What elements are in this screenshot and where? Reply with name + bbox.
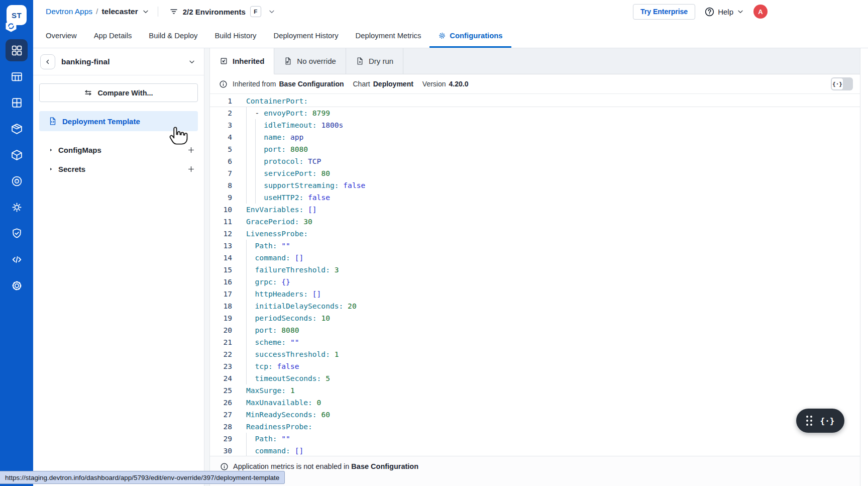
tab-label: Deployment Metrics bbox=[356, 32, 421, 40]
line-number: 25 bbox=[210, 384, 232, 397]
line-number: 6 bbox=[210, 155, 232, 167]
caret-right-icon[interactable] bbox=[48, 147, 54, 153]
tab-deployment-metrics[interactable]: Deployment Metrics bbox=[347, 23, 430, 48]
user-avatar[interactable]: A bbox=[753, 5, 768, 19]
code-editor-view-toggle[interactable]: {·} bbox=[831, 77, 853, 90]
config-item-deployment-template[interactable]: Deployment Template bbox=[39, 111, 198, 131]
add-configmaps-button[interactable] bbox=[186, 145, 196, 155]
line-content: timeoutSeconds: 5 bbox=[246, 372, 860, 384]
caret-right-icon[interactable] bbox=[48, 166, 54, 172]
sidebar-item-chart-store[interactable] bbox=[6, 144, 28, 166]
breadcrumb-root-link[interactable]: Devtron Apps bbox=[46, 7, 92, 16]
browser-status-url: https://staging.devtron.info/dashboard/a… bbox=[0, 471, 285, 484]
code-line: 29 Path: "" bbox=[210, 433, 860, 445]
line-content: LivenessProbe: bbox=[246, 228, 860, 240]
line-content: supportStreaming: false bbox=[246, 179, 860, 191]
sidebar-item-registry[interactable] bbox=[6, 170, 28, 192]
yaml-editor[interactable]: 1ContainerPort:2 - envoyPort: 87993 idle… bbox=[210, 94, 860, 456]
code-line: 13 Path: "" bbox=[210, 240, 860, 252]
sidebar-splitter[interactable] bbox=[204, 48, 210, 486]
tab-build-history[interactable]: Build History bbox=[206, 23, 265, 48]
config-item-secrets[interactable]: Secrets bbox=[33, 161, 204, 176]
sidebar-item-code[interactable] bbox=[6, 248, 28, 270]
line-number: 20 bbox=[210, 324, 232, 336]
editor-tab-no-override[interactable]: No override bbox=[274, 48, 346, 74]
info-icon bbox=[220, 462, 229, 471]
line-number: 19 bbox=[210, 312, 232, 324]
drag-handle-icon[interactable] bbox=[806, 416, 812, 426]
tab-build-deploy[interactable]: Build & Deploy bbox=[140, 23, 206, 48]
info-bar-part: Deployment bbox=[373, 80, 413, 88]
line-content: protocol: TCP bbox=[246, 155, 860, 167]
help-menu[interactable]: Help bbox=[704, 7, 744, 17]
org-logo[interactable]: ST bbox=[7, 5, 27, 25]
info-bar-text: Inherited fromBase ConfigurationChartDep… bbox=[233, 80, 469, 88]
editor-tab-inherited[interactable]: Inherited bbox=[210, 48, 274, 74]
add-secrets-button[interactable] bbox=[186, 164, 196, 174]
code-line: 2 - envoyPort: 8799 bbox=[210, 107, 860, 119]
header-row: Devtron Apps / telecaster 2/2 Environmen… bbox=[33, 0, 868, 23]
line-number: 21 bbox=[210, 336, 232, 348]
sidebar-item-global-config[interactable] bbox=[6, 274, 28, 297]
line-number: 5 bbox=[210, 143, 232, 155]
line-content: MaxUnavailable: 0 bbox=[246, 397, 860, 409]
tab-label: Build & Deploy bbox=[149, 32, 197, 40]
code-line: 7 servicePort: 80 bbox=[210, 167, 860, 179]
main-content: InheritedNo overrideDry run Inherited fr… bbox=[210, 48, 860, 486]
window-grid-icon bbox=[11, 96, 23, 109]
line-content: MaxSurge: 1 bbox=[246, 384, 860, 397]
header-actions: Try Enterprise Help A bbox=[633, 4, 768, 20]
collapse-sidebar-button[interactable] bbox=[40, 54, 55, 69]
line-number: 2 bbox=[210, 107, 232, 119]
tab-overview[interactable]: Overview bbox=[37, 23, 85, 48]
line-number: 16 bbox=[210, 276, 232, 288]
try-enterprise-button[interactable]: Try Enterprise bbox=[633, 4, 695, 20]
environment-selector[interactable]: 2/2 Environments F bbox=[169, 6, 276, 17]
editor-tab-dry-run[interactable]: Dry run bbox=[346, 48, 403, 74]
code-line: 9 useHTTP2: false bbox=[210, 191, 860, 204]
compare-with-button[interactable]: Compare With... bbox=[39, 83, 198, 102]
editor-footer-note: Application metrics is not enabled in Ba… bbox=[210, 456, 860, 486]
code-line: 20 port: 8080 bbox=[210, 324, 860, 336]
line-content: command: [] bbox=[246, 252, 860, 264]
line-number: 4 bbox=[210, 131, 232, 143]
line-content: Path: "" bbox=[246, 433, 860, 445]
info-icon bbox=[219, 80, 228, 88]
app-switcher-chevron-icon[interactable] bbox=[142, 8, 150, 16]
config-item-label: ConfigMaps bbox=[58, 146, 101, 154]
sidebar-item-jobs[interactable] bbox=[6, 65, 28, 87]
sidebar-item-clusters[interactable] bbox=[6, 196, 28, 218]
environment-dropdown-chevron-icon[interactable] bbox=[188, 58, 196, 66]
tab-app-details[interactable]: App Details bbox=[85, 23, 141, 48]
line-content: GracePeriod: 30 bbox=[246, 216, 860, 228]
compare-with-label: Compare With... bbox=[97, 89, 153, 97]
line-number: 28 bbox=[210, 421, 232, 433]
sun-icon bbox=[11, 201, 23, 214]
info-bar-part: Base Configuration bbox=[279, 80, 344, 88]
tab-label: App Details bbox=[94, 32, 132, 40]
sidebar-item-application-groups[interactable] bbox=[6, 91, 28, 114]
line-content: useHTTP2: false bbox=[246, 191, 860, 204]
tab-deployment-history[interactable]: Deployment History bbox=[265, 23, 347, 48]
floating-editor-toolbar[interactable]: {·} bbox=[796, 409, 844, 433]
line-number: 29 bbox=[210, 433, 232, 445]
breadcrumb: Devtron Apps / telecaster bbox=[46, 7, 150, 16]
right-rail bbox=[860, 48, 868, 486]
tab-configurations[interactable]: Configurations bbox=[429, 23, 511, 48]
config-item-configmaps[interactable]: ConfigMaps bbox=[33, 142, 204, 157]
line-content: httpHeaders: [] bbox=[246, 288, 860, 300]
line-number: 17 bbox=[210, 288, 232, 300]
braces-icon[interactable]: {·} bbox=[820, 416, 835, 426]
file-code-icon bbox=[48, 117, 57, 126]
header-divider bbox=[158, 7, 158, 17]
sidebar-item-helm-apps[interactable] bbox=[6, 118, 28, 140]
app-sidebar: ST bbox=[0, 0, 33, 486]
environment-chevron-icon bbox=[268, 8, 276, 16]
code-line: 28ReadinessProbe: bbox=[210, 421, 860, 433]
sidebar-item-applications[interactable] bbox=[6, 39, 28, 61]
line-number: 27 bbox=[210, 409, 232, 421]
sidebar-item-security[interactable] bbox=[6, 222, 28, 244]
gear-icon bbox=[11, 279, 23, 292]
environment-count-label: 2/2 Environments bbox=[183, 8, 246, 16]
gear-icon bbox=[438, 32, 446, 40]
